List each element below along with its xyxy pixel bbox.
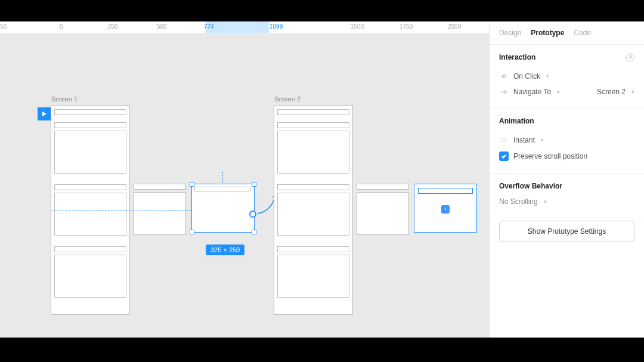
tab-design[interactable]: Design	[499, 29, 521, 37]
chevron-down-icon: ▾	[631, 89, 634, 95]
overflow-row[interactable]: No Scrolling ▾	[499, 194, 634, 209]
wireframe-element[interactable]	[277, 255, 349, 298]
wireframe-element[interactable]	[54, 184, 126, 190]
chevron-down-icon: ▾	[541, 137, 544, 143]
ruler-tick: 2000	[448, 23, 461, 30]
wireframe-element[interactable]	[134, 184, 186, 190]
wireframe-element[interactable]	[357, 184, 409, 190]
svg-point-1	[503, 76, 504, 77]
preserve-scroll-label: Preserve scroll position	[513, 152, 587, 160]
wireframe-element[interactable]	[277, 109, 349, 115]
ruler-tick-selection-start: 774	[204, 23, 214, 30]
preserve-scroll-row[interactable]: Preserve scroll position	[499, 148, 634, 165]
trigger-value: On Click	[513, 72, 540, 81]
section-title-animation: Animation	[499, 117, 534, 125]
resize-handle-tr[interactable]	[252, 182, 256, 187]
arrow-right-icon	[499, 88, 509, 95]
section-title-interaction: Interaction	[499, 53, 535, 61]
window-letterbox-top	[0, 0, 644, 21]
properties-panel: Design Prototype Code Interaction ? On C…	[489, 21, 644, 338]
preserve-scroll-checkbox[interactable]	[499, 151, 509, 161]
lightning-icon	[499, 73, 509, 80]
ruler-tick: -250	[0, 23, 7, 30]
window-letterbox-bottom	[0, 338, 644, 362]
frame-label-screen1[interactable]: Screen 1	[51, 95, 78, 103]
wireframe-element[interactable]	[54, 122, 126, 128]
tab-prototype[interactable]: Prototype	[531, 29, 564, 37]
overflow-value: No Scrolling	[499, 197, 538, 206]
instant-icon	[499, 137, 509, 144]
wireframe-element[interactable]	[277, 184, 349, 190]
wireframe-element[interactable]	[277, 246, 349, 252]
wireframe-element[interactable]	[277, 193, 349, 236]
resize-handle-bl[interactable]	[190, 230, 194, 234]
resize-handle-br[interactable]	[252, 230, 256, 234]
animation-type-row[interactable]: Instant ▾	[499, 132, 634, 148]
section-title-overflow: Overflow Behavior	[499, 182, 562, 190]
frame-label-screen2[interactable]: Screen 2	[274, 95, 301, 103]
wireframe-element	[418, 188, 473, 194]
wireframe-element[interactable]	[357, 192, 409, 235]
chevron-down-icon: ▾	[546, 73, 549, 79]
wireframe-element[interactable]	[54, 109, 126, 115]
action-target[interactable]: Screen 2	[597, 88, 626, 96]
section-overflow: Overflow Behavior No Scrolling ▾	[490, 173, 644, 218]
frame-screen1[interactable]	[51, 105, 130, 315]
wireframe-element[interactable]	[277, 131, 349, 174]
wireframe-element[interactable]	[277, 122, 349, 128]
ruler-tick: 250	[108, 23, 118, 30]
action-value: Navigate To	[513, 88, 551, 96]
action-row[interactable]: Navigate To ▾ Screen 2 ▾	[499, 84, 634, 100]
app-main: -250 0 250 500 774 1099 1500 1750 2000 2…	[0, 21, 644, 338]
show-prototype-settings-button[interactable]: Show Prototype Settings	[499, 221, 634, 242]
wireframe-element[interactable]	[54, 255, 126, 298]
horizontal-ruler[interactable]: -250 0 250 500 774 1099 1500 1750 2000 2…	[0, 21, 489, 33]
tab-code[interactable]: Code	[574, 29, 591, 37]
canvas-column: -250 0 250 500 774 1099 1500 1750 2000 2…	[0, 21, 489, 338]
prototype-destination-icon	[441, 205, 450, 214]
ruler-selection	[206, 21, 269, 33]
help-icon[interactable]: ?	[626, 53, 634, 61]
section-interaction: Interaction ? On Click ▾ Navigate To ▾ S…	[490, 44, 644, 108]
ruler-tick: 1500	[351, 23, 364, 30]
design-canvas[interactable]: Screen 1	[0, 33, 489, 338]
trigger-row[interactable]: On Click ▾	[499, 69, 634, 84]
prototype-play-button[interactable]	[38, 107, 51, 120]
wireframe-element	[194, 187, 250, 191]
selected-element[interactable]	[191, 184, 255, 233]
wireframe-element[interactable]	[54, 193, 126, 236]
chevron-down-icon: ▾	[557, 89, 560, 95]
wireframe-element[interactable]	[54, 246, 126, 252]
panel-tabs: Design Prototype Code	[490, 21, 644, 44]
ruler-tick: 0	[60, 23, 63, 30]
ruler-tick: 1750	[400, 23, 413, 30]
alignment-guide-h	[51, 211, 194, 211]
ruler-tick: 500	[157, 23, 167, 30]
ruler-tick-selection-end: 1099	[270, 23, 283, 30]
wireframe-element[interactable]	[134, 192, 186, 235]
prototype-target-element[interactable]	[414, 184, 477, 233]
animation-type-value: Instant	[513, 136, 535, 144]
wireframe-element[interactable]	[54, 131, 126, 174]
resize-handle-tl[interactable]	[190, 182, 194, 187]
selection-dimensions-badge: 325 × 250	[206, 245, 244, 255]
section-animation: Animation Instant ▾ Preserve scroll posi…	[490, 108, 644, 173]
chevron-down-icon: ▾	[544, 199, 547, 205]
frame-screen2[interactable]	[274, 105, 353, 315]
